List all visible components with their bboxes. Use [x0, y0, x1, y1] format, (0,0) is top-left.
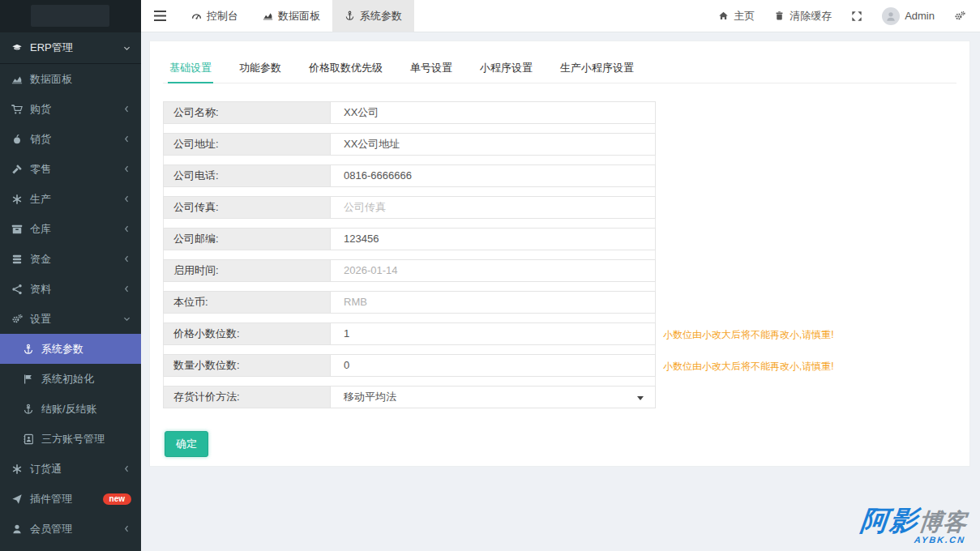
tab-function-params[interactable]: 功能参数 [238, 58, 283, 83]
company-fax-input[interactable]: 公司传真 [331, 197, 655, 218]
user-menu[interactable]: Admin [882, 7, 935, 25]
row-spacer [163, 187, 656, 196]
expand-icon [851, 11, 862, 22]
confirm-button[interactable]: 确定 [165, 431, 208, 457]
field-label: 本位币: [164, 292, 331, 313]
tab-miniprogram[interactable]: 小程序设置 [478, 58, 534, 83]
sidebar-item-label: 零售 [30, 162, 122, 177]
asterisk-icon [11, 463, 23, 475]
row-spacer [163, 124, 656, 133]
cogs-icon [954, 11, 965, 22]
field-label: 数量小数位数: [164, 355, 331, 376]
graduation-cap-icon [11, 42, 23, 53]
cogs-icon [11, 314, 23, 325]
top-navbar: 控制台 数据面板 系统参数 主页 清除缓存 Admin [141, 0, 980, 32]
watermark-title-gray: 博客 [918, 510, 969, 534]
sidebar-item-system-init[interactable]: 系统初始化 [0, 364, 141, 394]
sidebar-item-erp[interactable]: ERP管理 [0, 32, 141, 64]
share-icon [11, 284, 23, 295]
tab-production-miniprogram[interactable]: 生产小程序设置 [558, 58, 636, 83]
chevron-left-icon [122, 194, 131, 203]
chevron-left-icon [122, 284, 131, 293]
sidebar-item-dashboard[interactable]: 数据面板 [0, 64, 141, 94]
nav-tab-console[interactable]: 控制台 [179, 0, 250, 32]
sidebar-item-members[interactable]: 会员管理 [0, 514, 141, 544]
row-spacer [163, 377, 656, 386]
sidebar-item-label: 系统参数 [41, 342, 131, 357]
basic-settings-form: 公司名称: XX公司 公司地址: XX公司地址 公司电话: 0816-66666… [163, 101, 656, 457]
chart-icon [11, 74, 23, 85]
field-label: 公司电话: [164, 165, 331, 186]
dashboard-icon [191, 11, 202, 21]
nav-tab-data-panel[interactable]: 数据面板 [250, 0, 332, 32]
clear-cache-link[interactable]: 清除缓存 [774, 9, 832, 23]
row-spacer [163, 282, 656, 291]
gavel-icon [11, 164, 23, 175]
site-watermark: 阿影 博客 AYBK.CN [858, 506, 969, 545]
settings-tabs: 基础设置 功能参数 价格取数优先级 单号设置 小程序设置 生产小程序设置 [163, 58, 956, 83]
postal-code-input[interactable]: 123456 [331, 229, 655, 250]
nav-tab-label: 控制台 [207, 9, 238, 23]
sidebar-logo-strip [0, 0, 141, 32]
form-row-base-currency: 本位币: RMB [163, 291, 656, 314]
tab-basic-settings[interactable]: 基础设置 [168, 58, 213, 83]
field-label: 价格小数位数: [164, 323, 331, 344]
form-row-quantity-decimals: 数量小数位数: 0 小数位由小改大后将不能再改小,请慎重! [163, 354, 656, 377]
sidebar-item-label: 三方账号管理 [41, 432, 131, 446]
home-icon [718, 11, 729, 21]
navbar-right: 主页 清除缓存 Admin [718, 0, 980, 32]
company-phone-input[interactable]: 0816-6666666 [331, 165, 655, 186]
quantity-decimals-input[interactable]: 0 [331, 355, 655, 376]
chevron-down-icon [122, 44, 131, 53]
price-decimals-hint: 小数位由小改大后将不能再改小,请慎重! [663, 328, 980, 342]
sidebar-item-closing[interactable]: 结账/反结账 [0, 394, 141, 424]
sidebar-item-warehouse[interactable]: 仓库 [0, 214, 141, 244]
sidebar-item-funds[interactable]: 资金 [0, 244, 141, 274]
sidebar-item-data[interactable]: 资料 [0, 274, 141, 304]
nav-tab-label: 系统参数 [360, 9, 402, 23]
sidebar-item-plugins[interactable]: 插件管理 new [0, 484, 141, 514]
inventory-valuation-select[interactable]: 移动平均法 [331, 387, 655, 408]
tab-price-priority[interactable]: 价格取数优先级 [307, 58, 384, 83]
chevron-down-icon[interactable] [637, 396, 644, 400]
address-book-icon [23, 434, 34, 445]
form-row-company-phone: 公司电话: 0816-6666666 [163, 164, 656, 187]
sidebar-item-third-party-accounts[interactable]: 三方账号管理 [0, 424, 141, 454]
company-name-input[interactable]: XX公司 [331, 102, 655, 123]
nav-tab-label: 数据面板 [278, 9, 320, 23]
sidebar-item-label: 插件管理 [30, 492, 103, 506]
sidebar-item-production[interactable]: 生产 [0, 184, 141, 214]
form-row-company-name: 公司名称: XX公司 [163, 101, 656, 124]
sidebar-item-settings[interactable]: 设置 [0, 304, 141, 334]
sidebar-item-label: 生产 [30, 192, 122, 207]
sidebar-item-system-params[interactable]: 系统参数 [0, 334, 141, 364]
form-row-postal-code: 公司邮编: 123456 [163, 228, 656, 250]
sidebar-item-retail[interactable]: 零售 [0, 154, 141, 184]
fullscreen-button[interactable] [851, 11, 862, 22]
company-address-input[interactable]: XX公司地址 [331, 134, 655, 155]
chevron-down-icon [122, 314, 131, 323]
row-spacer [163, 219, 656, 228]
home-link[interactable]: 主页 [718, 9, 755, 23]
nav-tab-system-params[interactable]: 系统参数 [332, 0, 414, 32]
sidebar-item-purchase[interactable]: 购货 [0, 94, 141, 124]
sidebar-item-label: 资料 [30, 282, 122, 297]
sidebar-item-label: ERP管理 [30, 41, 122, 55]
tab-doc-number[interactable]: 单号设置 [409, 58, 454, 83]
chart-icon [263, 11, 273, 21]
row-spacer [163, 250, 656, 259]
username: Admin [905, 10, 935, 22]
price-decimals-input[interactable]: 1 [331, 323, 655, 344]
hamburger-icon[interactable] [141, 0, 179, 32]
sidebar-item-sales[interactable]: 销货 [0, 124, 141, 154]
chevron-left-icon [122, 254, 131, 263]
sidebar-item-label: 结账/反结账 [41, 402, 131, 416]
chevron-left-icon [122, 224, 131, 233]
field-label: 公司名称: [164, 102, 331, 123]
field-label: 启用时间: [164, 260, 331, 281]
sidebar-item-label: 设置 [30, 312, 122, 327]
sidebar-item-dinghuotong[interactable]: 订货通 [0, 454, 141, 484]
chevron-left-icon [122, 524, 131, 533]
chevron-left-icon [122, 164, 131, 173]
settings-menu[interactable] [954, 11, 965, 22]
